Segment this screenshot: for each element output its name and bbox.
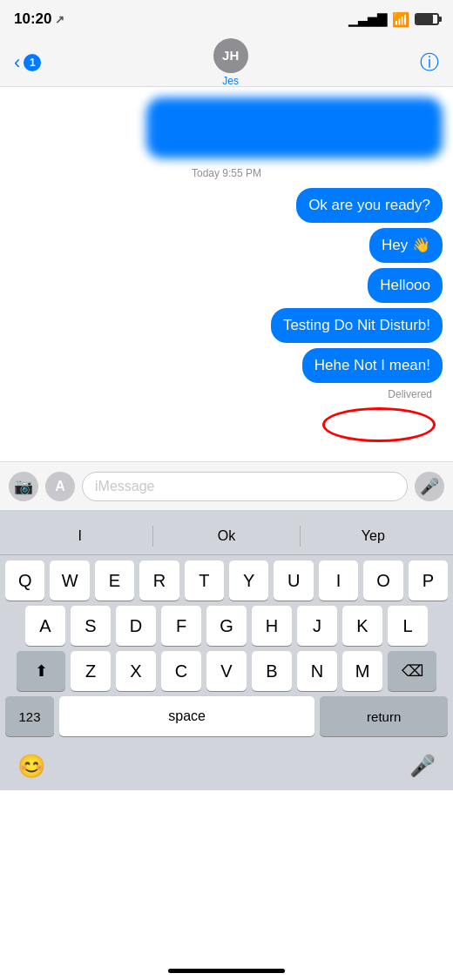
keyboard-row-2: A S D F G H J K L xyxy=(5,606,448,646)
key-m[interactable]: M xyxy=(342,651,382,691)
apps-button[interactable]: A xyxy=(45,472,75,501)
mic-icon: 🎤 xyxy=(420,477,439,496)
message-bubble-5: Hehe Not I mean! xyxy=(302,348,443,383)
bottom-bar: 😊 🎤 xyxy=(0,742,453,790)
predictive-word-3[interactable]: Yep xyxy=(301,528,446,544)
key-b[interactable]: B xyxy=(252,651,292,691)
keyboard-row-3: ⬆ Z X C V B N M ⌫ xyxy=(5,651,448,691)
message-input[interactable]: iMessage xyxy=(82,472,408,501)
message-bubble-2: Hey 👋 xyxy=(369,228,443,263)
home-indicator xyxy=(168,969,285,973)
message-row-3: Hellooo xyxy=(10,268,443,303)
back-chevron-icon: ‹ xyxy=(14,53,20,72)
contact-avatar[interactable]: JH xyxy=(213,38,248,73)
key-v[interactable]: V xyxy=(206,651,247,691)
location-arrow-icon: ↗ xyxy=(55,13,64,26)
wifi-icon: 📶 xyxy=(392,11,409,28)
key-g[interactable]: G xyxy=(206,606,247,646)
chat-area: Today 9:55 PM Ok are you ready? Hey 👋 He… xyxy=(0,87,453,461)
apps-icon: A xyxy=(55,479,65,494)
predictive-word-2[interactable]: Ok xyxy=(153,528,299,544)
emoji-button[interactable]: 😊 xyxy=(17,753,45,780)
message-row-4: Testing Do Nit Disturb! xyxy=(10,308,443,343)
status-time: 10:20 ↗ xyxy=(14,10,64,28)
red-circle-annotation xyxy=(322,407,436,442)
chat-timestamp: Today 9:55 PM xyxy=(10,167,443,179)
delivered-label: Delivered xyxy=(388,388,432,400)
key-o[interactable]: O xyxy=(363,560,402,601)
keyboard: I Ok Yep Q W E R T Y U I O P A S D F G H… xyxy=(0,510,453,790)
mic-keyboard-button[interactable]: 🎤 xyxy=(409,754,436,778)
message-bubble-3: Hellooo xyxy=(368,268,443,303)
nav-bar: ‹ 1 JH Jes ⓘ xyxy=(0,38,453,87)
numbers-key[interactable]: 123 xyxy=(5,696,54,736)
key-i[interactable]: I xyxy=(319,560,358,601)
key-l[interactable]: L xyxy=(388,606,428,646)
key-f[interactable]: F xyxy=(161,606,201,646)
status-icons: ▁▃▅▇ 📶 xyxy=(348,11,439,28)
key-t[interactable]: T xyxy=(185,560,224,601)
predictive-bar: I Ok Yep xyxy=(0,517,453,555)
key-p[interactable]: P xyxy=(409,560,448,601)
status-bar: 10:20 ↗ ▁▃▅▇ 📶 xyxy=(0,0,453,38)
back-button[interactable]: ‹ 1 xyxy=(14,53,41,72)
key-x[interactable]: X xyxy=(116,651,156,691)
delivered-row: Delivered xyxy=(10,388,443,400)
time-label: 10:20 xyxy=(14,10,51,28)
message-row-1: Ok are you ready? xyxy=(10,188,443,223)
return-key[interactable]: return xyxy=(320,696,448,736)
blurred-message xyxy=(146,97,443,158)
key-r[interactable]: R xyxy=(139,560,179,601)
key-s[interactable]: S xyxy=(71,606,111,646)
back-badge: 1 xyxy=(24,54,41,71)
key-k[interactable]: K xyxy=(342,606,382,646)
contact-info: JH Jes xyxy=(213,38,248,87)
mic-button[interactable]: 🎤 xyxy=(415,472,444,501)
space-key[interactable]: space xyxy=(59,696,314,736)
delete-key[interactable]: ⌫ xyxy=(388,651,436,691)
key-j[interactable]: J xyxy=(297,606,337,646)
contact-name[interactable]: Jes xyxy=(222,75,239,87)
key-w[interactable]: W xyxy=(50,560,89,601)
key-c[interactable]: C xyxy=(161,651,201,691)
key-y[interactable]: Y xyxy=(229,560,268,601)
input-bar: 📷 A iMessage 🎤 xyxy=(0,461,453,510)
keyboard-row-4: 123 space return xyxy=(5,696,448,736)
predictive-word-1[interactable]: I xyxy=(7,528,152,544)
info-button[interactable]: ⓘ xyxy=(420,50,439,76)
battery-icon xyxy=(415,13,439,25)
message-placeholder: iMessage xyxy=(95,479,154,494)
key-n[interactable]: N xyxy=(297,651,337,691)
key-e[interactable]: E xyxy=(95,560,134,601)
message-row-5: Hehe Not I mean! xyxy=(10,348,443,383)
signal-icon: ▁▃▅▇ xyxy=(348,11,387,27)
shift-key[interactable]: ⬆ xyxy=(17,651,65,691)
key-q[interactable]: Q xyxy=(5,560,44,601)
key-u[interactable]: U xyxy=(274,560,313,601)
message-bubble-4: Testing Do Nit Disturb! xyxy=(271,308,443,343)
message-row-2: Hey 👋 xyxy=(10,228,443,263)
camera-icon: 📷 xyxy=(14,477,33,496)
key-d[interactable]: D xyxy=(116,606,156,646)
key-z[interactable]: Z xyxy=(71,651,111,691)
keyboard-row-1: Q W E R T Y U I O P xyxy=(5,560,448,601)
camera-button[interactable]: 📷 xyxy=(9,472,38,501)
key-a[interactable]: A xyxy=(25,606,65,646)
key-h[interactable]: H xyxy=(252,606,292,646)
message-bubble-1: Ok are you ready? xyxy=(296,188,443,223)
